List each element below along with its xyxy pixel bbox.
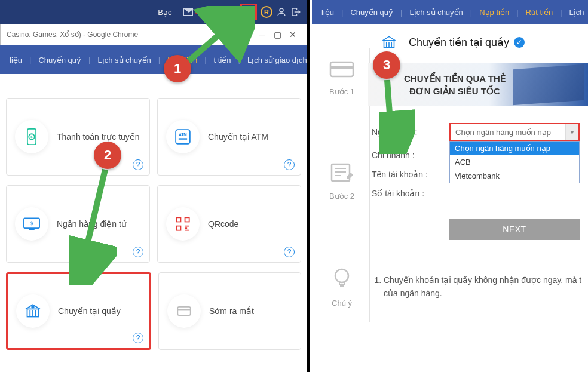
banner-line1: CHUYỂN TIỀN QUA THẺ — [404, 72, 506, 85]
left-pane: Bạc 0 ▼ | C N R Casino. Games, Xổ số) - … — [0, 0, 310, 372]
card-coming-soon[interactable]: Sớm ra mắt — [158, 272, 301, 350]
step-badge-2: 2 — [94, 142, 121, 169]
card-atm[interactable]: ATM Chuyển tại ATM ? — [157, 98, 301, 176]
rnav-withdraw[interactable]: Rút tiền — [519, 8, 561, 17]
check-icon: ✓ — [514, 37, 525, 48]
card-online-payment[interactable]: $ Thanh toán trực tuyến ? — [6, 98, 150, 176]
svg-text:ATM: ATM — [179, 133, 187, 137]
bank-option-acb[interactable]: ACB — [450, 155, 579, 169]
svg-text:$: $ — [30, 135, 33, 139]
acct-name-label: Tên tài khoản : — [372, 170, 449, 179]
step-2: Bước 2 — [316, 162, 368, 201]
help-icon[interactable]: ? — [284, 159, 295, 170]
help-icon[interactable]: ? — [284, 247, 295, 257]
svg-point-17 — [32, 306, 34, 308]
svg-point-0 — [280, 8, 283, 12]
svg-rect-6 — [179, 138, 187, 139]
next-button[interactable]: NEXT — [449, 219, 580, 240]
tier-label: Bạc — [158, 8, 172, 17]
svg-point-26 — [335, 269, 348, 282]
maximize-button[interactable]: ▢ — [270, 30, 285, 39]
notes: Chuyển khoản tại quầy không nhận được ng… — [372, 273, 588, 300]
coming-soon-icon — [167, 294, 201, 328]
svg-line-31 — [180, 13, 244, 68]
header-title: Chuyển tiền tại quầy — [386, 36, 509, 49]
rnav-0[interactable]: liệu — [314, 8, 341, 17]
svg-rect-19 — [177, 309, 190, 310]
svg-text:$: $ — [30, 220, 33, 226]
card-label: Sớm ra mắt — [209, 306, 254, 316]
nav-item-0[interactable]: liệu — [2, 56, 29, 64]
window-title-text: Casino. Games, Xổ số) - Google Chrome — [7, 30, 138, 39]
main-nav: liệu | Chuyển quỹ | Lịch sử chuyển | Nạp… — [0, 45, 307, 74]
card-label: Thanh toán trực tuyến — [57, 132, 140, 142]
step-badge-3: 3 — [373, 51, 400, 79]
right-pane: liệu | Chuyển quỹ | Lịch sử chuyển | Nạp… — [312, 0, 588, 372]
bank-dropdown: Chọn ngân hàng muốn nạp ACB Vietcombank — [449, 141, 580, 183]
svg-line-33 — [387, 80, 392, 147]
card-label: QRcode — [208, 219, 238, 229]
card-label: Chuyển tại quầy — [58, 306, 121, 316]
svg-rect-20 — [330, 62, 353, 76]
bank-option-placeholder[interactable]: Chọn ngân hàng muốn nạp — [450, 142, 579, 155]
ebank-icon: $ — [15, 207, 48, 241]
rnav-1[interactable]: Chuyển quỹ — [343, 8, 400, 17]
next-button-label: NEXT — [503, 225, 526, 234]
banner-line2: ĐƠN GIẢN SIÊU TỐC — [404, 85, 506, 97]
close-button[interactable]: ✕ — [285, 30, 301, 39]
form-icon — [316, 162, 368, 188]
svg-rect-18 — [177, 307, 190, 315]
svg-rect-12 — [176, 226, 180, 230]
counter-icon — [16, 294, 50, 328]
nav-item-2[interactable]: Lịch sử chuyển — [90, 56, 158, 64]
online-payment-icon: $ — [15, 120, 48, 153]
card-icon — [316, 60, 368, 84]
help-icon[interactable]: ? — [133, 333, 143, 343]
atm-icon: ATM — [166, 120, 200, 153]
step-1: Bước 1 — [316, 60, 368, 96]
step-1-label: Bước 1 — [316, 87, 368, 96]
step-note-label: Chú ý — [316, 299, 368, 308]
help-icon[interactable]: ? — [133, 159, 143, 170]
browser-window-title: Casino. Games, Xổ số) - Google Chrome ─ … — [0, 24, 307, 45]
svg-rect-11 — [185, 217, 189, 222]
step-badge-1: 1 — [164, 55, 191, 82]
svg-rect-4 — [176, 130, 190, 144]
step-note: Chú ý — [316, 266, 368, 308]
minimize-button[interactable]: ─ — [254, 30, 270, 39]
right-nav: liệu | Chuyển quỹ | Lịch sử chuyển | Nạp… — [312, 0, 588, 24]
step-2-label: Bước 2 — [316, 192, 368, 201]
help-icon[interactable]: ? — [133, 247, 143, 257]
svg-rect-10 — [176, 217, 180, 222]
logout-icon[interactable] — [290, 7, 301, 17]
step-sidebar: Bước 1 Bước 2 Chú ý — [316, 60, 368, 372]
svg-rect-21 — [330, 66, 353, 69]
caret-down-icon: ▼ — [565, 124, 578, 140]
arrow-2-to-card — [69, 166, 117, 285]
svg-line-32 — [80, 170, 105, 275]
banner-decoration — [513, 64, 584, 105]
circle-r-icon[interactable]: R — [261, 6, 272, 18]
acct-no-label: Số tài khoản : — [372, 189, 449, 198]
rnav-2[interactable]: Lịch sử chuyển — [402, 8, 470, 17]
bank-select[interactable]: Chọn ngân hàng muốn nạp ▼ — [449, 123, 580, 141]
account-topbar: Bạc 0 ▼ | C N R — [0, 0, 307, 24]
deposit-method-header: Chuyển tiền tại quầy ✓ — [312, 24, 588, 53]
qr-icon — [166, 207, 200, 241]
banner-text: CHUYỂN TIỀN QUA THẺ ĐƠN GIẢN SIÊU TỐC — [404, 72, 506, 97]
rnav-deposit[interactable]: Nạp tiền — [472, 8, 516, 17]
bank-option-vcb[interactable]: Vietcombank — [450, 169, 579, 183]
user-icon[interactable] — [276, 7, 287, 17]
rnav-5[interactable]: Lịch — [562, 8, 588, 17]
card-qr[interactable]: QRcode ? — [157, 185, 301, 263]
bank-select-value: Chọn ngân hàng muốn nạp — [455, 128, 551, 137]
svg-rect-9 — [29, 229, 35, 230]
nav-item-1[interactable]: Chuyển quỹ — [31, 56, 88, 64]
card-label: Chuyển tại ATM — [208, 132, 268, 142]
bulb-icon — [316, 266, 368, 295]
deposit-options-grid: $ Thanh toán trực tuyến ? ATM Chuyển tại… — [0, 74, 307, 350]
note-item-1: Chuyển khoản tại quầy không nhận được ng… — [384, 273, 588, 300]
arrow-3-to-select — [379, 76, 415, 154]
